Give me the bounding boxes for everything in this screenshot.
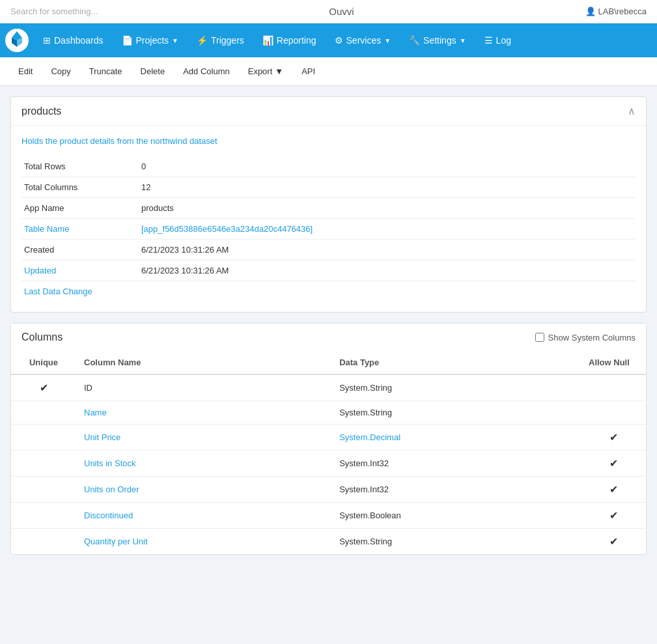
projects-dropdown-icon: ▼ bbox=[172, 37, 178, 44]
info-row-updated: Updated 6/21/2023 10:31:26 AM bbox=[21, 260, 636, 281]
cell-allownull-unitsonorder: ✔ bbox=[581, 477, 646, 503]
info-value-updated: 6/21/2023 10:31:26 AM bbox=[139, 260, 636, 281]
cell-allownull-id bbox=[581, 374, 646, 401]
main-content: products ∧ Holds the product details fro… bbox=[0, 86, 657, 565]
columns-card-title: Columns bbox=[21, 331, 63, 343]
table-row: Units on Order System.Int32 ✔ bbox=[11, 477, 646, 503]
products-info-table: Total Rows 0 Total Columns 12 App Name p… bbox=[21, 156, 636, 301]
checkmark-icon: ✔ bbox=[609, 484, 618, 495]
cell-unique-name bbox=[11, 401, 76, 425]
info-row-created: Created 6/21/2023 10:31:26 AM bbox=[21, 240, 636, 260]
nav-settings[interactable]: 🔧 Settings ▼ bbox=[400, 23, 475, 57]
nav-bar: ⊞ Dashboards 📄 Projects ▼ ⚡ Triggers 📊 R… bbox=[0, 23, 657, 57]
cell-unique-unitsinstock bbox=[11, 451, 76, 477]
cell-name-unitsonorder[interactable]: Units on Order bbox=[76, 477, 331, 503]
info-label-updated: Updated bbox=[21, 260, 139, 281]
nav-projects[interactable]: 📄 Projects ▼ bbox=[113, 23, 188, 57]
columns-table-header-row: Unique Column Name Data Type Allow Null bbox=[11, 351, 646, 374]
cell-name-unitprice[interactable]: Unit Price bbox=[76, 425, 331, 451]
show-system-columns-checkbox[interactable] bbox=[535, 333, 544, 342]
api-button[interactable]: API bbox=[294, 63, 323, 79]
checkmark-icon: ✔ bbox=[609, 458, 618, 469]
app-logo bbox=[5, 29, 29, 52]
columns-table: Unique Column Name Data Type Allow Null … bbox=[11, 351, 646, 554]
table-row: Discontinued System.Boolean ✔ bbox=[11, 503, 646, 529]
checkmark-icon: ✔ bbox=[40, 382, 48, 393]
edit-button[interactable]: Edit bbox=[10, 63, 40, 79]
nav-services[interactable]: ⚙ Services ▼ bbox=[326, 23, 400, 57]
products-card-title: products bbox=[21, 105, 61, 117]
user-info: 👤 LAB\rebecca bbox=[585, 7, 647, 16]
nav-reporting[interactable]: 📊 Reporting bbox=[253, 23, 326, 57]
col-header-allow-null: Allow Null bbox=[581, 351, 646, 374]
products-description: Holds the product details from the north… bbox=[21, 136, 636, 146]
info-label-app-name: App Name bbox=[21, 198, 139, 219]
cell-datatype-quantityperunit: System.String bbox=[331, 529, 581, 555]
nav-log[interactable]: ☰ Log bbox=[475, 23, 520, 57]
cell-allownull-unitprice: ✔ bbox=[581, 425, 646, 451]
cell-name-unitsinstock[interactable]: Units in Stock bbox=[76, 451, 331, 477]
col-header-column-name: Column Name bbox=[76, 351, 331, 374]
checkmark-icon: ✔ bbox=[609, 432, 618, 443]
settings-icon: 🔧 bbox=[409, 35, 420, 46]
action-bar: Edit Copy Truncate Delete Add Column Exp… bbox=[0, 57, 657, 86]
cell-allownull-discontinued: ✔ bbox=[581, 503, 646, 529]
cell-unique-quantityperunit bbox=[11, 529, 76, 555]
nav-triggers[interactable]: ⚡ Triggers bbox=[188, 23, 253, 57]
info-label-total-columns: Total Columns bbox=[21, 177, 139, 198]
person-icon: 👤 bbox=[585, 7, 596, 16]
table-row: Quantity per Unit System.String ✔ bbox=[11, 529, 646, 555]
products-card-collapse-button[interactable]: ∧ bbox=[628, 105, 636, 117]
products-card-header: products ∧ bbox=[11, 97, 646, 126]
cell-unique-discontinued bbox=[11, 503, 76, 529]
checkmark-icon: ✔ bbox=[609, 510, 618, 521]
nav-dashboards[interactable]: ⊞ Dashboards bbox=[34, 23, 113, 57]
col-header-data-type: Data Type bbox=[331, 351, 581, 374]
truncate-button[interactable]: Truncate bbox=[81, 63, 130, 79]
info-row-app-name: App Name products bbox=[21, 198, 636, 219]
cell-datatype-discontinued: System.Boolean bbox=[331, 503, 581, 529]
show-system-columns-label[interactable]: Show System Columns bbox=[535, 333, 636, 343]
export-button[interactable]: Export ▼ bbox=[240, 63, 291, 79]
info-row-total-columns: Total Columns 12 bbox=[21, 177, 636, 198]
info-row-table-name: Table Name [app_f56d53886e6546e3a234da20… bbox=[21, 219, 636, 240]
cell-name-discontinued[interactable]: Discontinued bbox=[76, 503, 331, 529]
info-row-total-rows: Total Rows 0 bbox=[21, 156, 636, 177]
cell-name-quantityperunit[interactable]: Quantity per Unit bbox=[76, 529, 331, 555]
table-row: Name System.String bbox=[11, 401, 646, 425]
copy-button[interactable]: Copy bbox=[43, 63, 78, 79]
cell-datatype-unitprice: System.Decimal bbox=[331, 425, 581, 451]
cell-name-id: ID bbox=[76, 374, 331, 401]
log-icon: ☰ bbox=[484, 35, 493, 46]
cell-name-name[interactable]: Name bbox=[76, 401, 331, 425]
cell-unique-unitsonorder bbox=[11, 477, 76, 503]
info-value-app-name: products bbox=[139, 198, 636, 219]
info-label-last-data-change: Last Data Change bbox=[21, 281, 139, 302]
info-value-total-rows: 0 bbox=[139, 156, 636, 177]
table-row: ✔ ID System.String bbox=[11, 374, 646, 401]
app-title: Ouvvi bbox=[329, 6, 354, 17]
projects-icon: 📄 bbox=[122, 35, 133, 46]
add-column-button[interactable]: Add Column bbox=[175, 63, 238, 79]
cell-datatype-unitsinstock: System.Int32 bbox=[331, 451, 581, 477]
services-icon: ⚙ bbox=[335, 35, 343, 46]
search-input[interactable]: Search for something... bbox=[10, 7, 98, 16]
info-value-last-data-change bbox=[139, 281, 636, 302]
cell-datatype-id: System.String bbox=[331, 374, 581, 401]
col-header-unique: Unique bbox=[11, 351, 76, 374]
info-label-table-name: Table Name bbox=[21, 219, 139, 240]
products-card-body: Holds the product details from the north… bbox=[11, 126, 646, 312]
checkmark-icon: ✔ bbox=[609, 536, 618, 547]
cell-datatype-name: System.String bbox=[331, 401, 581, 425]
columns-card-header: Columns Show System Columns bbox=[11, 324, 646, 351]
cell-allownull-name bbox=[581, 401, 646, 425]
cell-unique-unitprice bbox=[11, 425, 76, 451]
services-dropdown-icon: ▼ bbox=[384, 37, 391, 44]
cell-allownull-unitsinstock: ✔ bbox=[581, 451, 646, 477]
info-row-last-data-change: Last Data Change bbox=[21, 281, 636, 302]
info-value-total-columns: 12 bbox=[139, 177, 636, 198]
delete-button[interactable]: Delete bbox=[133, 63, 173, 79]
info-label-total-rows: Total Rows bbox=[21, 156, 139, 177]
columns-card: Columns Show System Columns Unique Colum… bbox=[10, 323, 647, 555]
settings-dropdown-icon: ▼ bbox=[460, 37, 466, 44]
